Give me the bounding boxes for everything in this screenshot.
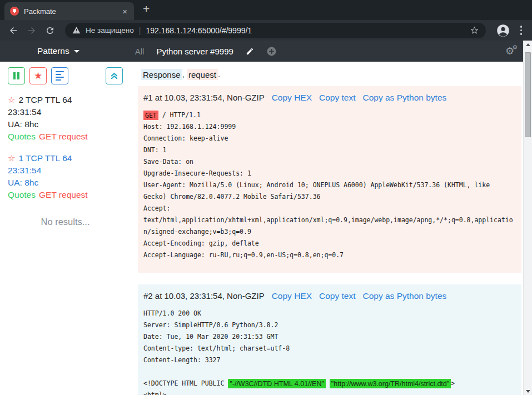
stream-tag: GET request (39, 131, 88, 143)
sidebar-toolbar: ★ (8, 67, 123, 84)
browser-tab[interactable]: Packmate × (4, 2, 134, 20)
browser-tab-bar: Packmate × + (0, 0, 532, 20)
stream-tag: Quotes (8, 189, 36, 201)
stream-item-time: 23:31:54 (8, 106, 123, 118)
legend-term: Response (141, 69, 182, 80)
packet-title: #1 at 10.03, 23:31:54, Non-GZIP (143, 93, 265, 102)
tab-service[interactable]: Python server #9999 (156, 47, 233, 56)
app-header: Patterns All Python server #9999 ⚙⚙ (0, 41, 532, 62)
packet-header: #2 at 10.03, 23:31:54, Non-GZIPCopy HEXC… (143, 291, 516, 301)
stream-item-ua: UA: 8hc (8, 177, 123, 189)
url-text[interactable]: 192.168.1.124:65000/#/9999/1 (146, 26, 464, 35)
bookmark-star-icon[interactable] (470, 26, 479, 35)
packet-body: HTTP/1.0 200 OK Server: SimpleHTTP/0.6 P… (143, 308, 516, 395)
stream-sidebar: ★ ☆2 TCP TTL 6423:31:54UA: 8hcQuotesGET … (0, 62, 132, 395)
edit-pencil-icon[interactable] (246, 47, 254, 56)
reload-icon[interactable] (42, 23, 58, 38)
list-filter-button[interactable] (51, 67, 68, 84)
add-service-icon[interactable] (266, 46, 277, 57)
no-results-label: No results... (8, 217, 123, 227)
stream-tag: Quotes (8, 131, 36, 143)
stream-item[interactable]: ☆1 TCP TTL 6423:31:54UA: 8hcQuotesGET re… (8, 152, 123, 201)
stream-item[interactable]: ☆2 TCP TTL 6423:31:54UA: 8hcQuotesGET re… (8, 94, 123, 143)
scrollbar-down-icon[interactable] (524, 387, 532, 395)
stream-item-label: 1 TCP TTL 64 (18, 153, 72, 163)
packmate-favicon-icon (10, 7, 19, 16)
copy-action-link[interactable]: Copy HEX (272, 93, 312, 103)
align-left-icon (56, 71, 64, 81)
favorite-star-icon[interactable]: ☆ (8, 95, 15, 104)
copy-action-link[interactable]: Copy text (319, 291, 355, 301)
page-scrollbar[interactable] (523, 41, 532, 395)
stream-item-tags: QuotesGET request (8, 189, 123, 201)
profile-avatar-icon[interactable] (496, 23, 510, 38)
not-secure-warning-icon[interactable] (72, 26, 81, 34)
screen: Packmate × + Не защищено | 192.168.1.124… (0, 0, 532, 395)
legend-text: , (182, 69, 187, 79)
stream-tag: GET request (39, 189, 88, 201)
new-tab-button[interactable]: + (143, 2, 150, 16)
patterns-label: Patterns (37, 46, 69, 56)
address-bar[interactable]: Не защищено | 192.168.1.124:65000/#/9999… (65, 23, 486, 38)
stream-list: ☆2 TCP TTL 6423:31:54UA: 8hcQuotesGET re… (8, 94, 123, 201)
legend-text: . (218, 69, 220, 79)
copy-action-link[interactable]: Copy HEX (272, 291, 312, 301)
browser-toolbar: Не защищено | 192.168.1.124:65000/#/9999… (0, 20, 532, 41)
favorites-filter-button[interactable]: ★ (29, 67, 47, 84)
copy-action-link[interactable]: Copy as Python bytes (363, 291, 447, 301)
stream-item-ua: UA: 8hc (8, 118, 123, 131)
browser-menu-icon[interactable] (520, 26, 523, 35)
stream-item-title: ☆1 TCP TTL 64 (8, 152, 123, 164)
back-icon[interactable] (6, 23, 21, 38)
scrollbar-up-icon[interactable] (524, 41, 532, 48)
packet-card: #2 at 10.03, 23:31:54, Non-GZIPCopy HEXC… (138, 284, 521, 395)
tab-all-streams[interactable]: All (135, 47, 145, 56)
omnibox-separator: | (139, 26, 141, 35)
legend: Response, request. (141, 69, 521, 79)
packet-body: GET / HTTP/1.1 Host: 192.168.1.124:9999 … (143, 109, 516, 261)
packet-header: #1 at 10.03, 23:31:54, Non-GZIPCopy HEXC… (143, 93, 516, 103)
tab-close-icon[interactable]: × (120, 7, 130, 16)
settings-gears-icon[interactable]: ⚙⚙ (505, 46, 518, 56)
tab-title: Packmate (24, 7, 115, 16)
content: ★ ☆2 TCP TTL 6423:31:54UA: 8hcQuotesGET … (0, 62, 532, 395)
stream-item-title: ☆2 TCP TTL 64 (8, 94, 123, 106)
copy-action-link[interactable]: Copy as Python bytes (363, 93, 447, 103)
copy-action-link[interactable]: Copy text (319, 93, 355, 103)
forward-icon[interactable] (24, 23, 39, 38)
highlighted-match: "-//W3C//DTD HTML 4.01//EN" (228, 379, 326, 388)
packet-card: #1 at 10.03, 23:31:54, Non-GZIPCopy HEXC… (138, 86, 521, 273)
stream-item-tags: QuotesGET request (8, 131, 123, 143)
collapse-sidebar-button[interactable] (106, 67, 123, 84)
pause-icon (13, 72, 19, 79)
stream-item-label: 2 TCP TTL 64 (18, 95, 72, 104)
pause-button[interactable] (8, 67, 25, 84)
legend-term: request (187, 69, 218, 80)
star-icon: ★ (34, 71, 42, 81)
stream-item-time: 23:31:54 (8, 164, 123, 177)
double-chevron-up-icon (110, 72, 118, 80)
favorite-star-icon[interactable]: ☆ (8, 153, 15, 163)
scrollbar-thumb[interactable] (525, 52, 531, 137)
highlighted-match: GET (143, 111, 158, 120)
packet-title: #2 at 10.03, 23:31:54, Non-GZIP (143, 291, 265, 301)
patterns-dropdown[interactable]: Patterns (37, 46, 79, 56)
packet-list: #1 at 10.03, 23:31:54, Non-GZIPCopy HEXC… (138, 86, 521, 395)
security-status-label: Не защищено (86, 26, 134, 34)
packet-panel: Response, request. #1 at 10.03, 23:31:54… (132, 62, 532, 395)
chevron-down-icon (74, 50, 79, 53)
highlighted-match: "http://www.w3.org/TR/html4/strict.dtd" (330, 379, 451, 388)
